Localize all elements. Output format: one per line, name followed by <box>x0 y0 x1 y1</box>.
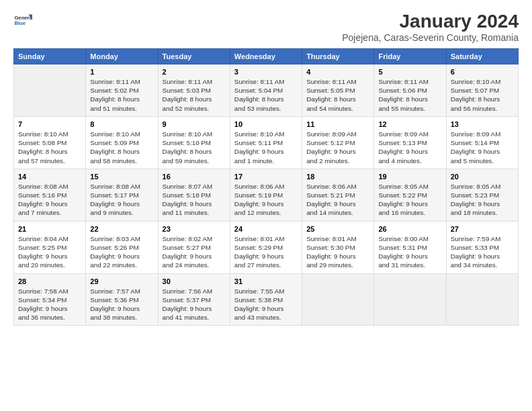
day-info: Sunrise: 8:05 AM Sunset: 5:23 PM Dayligh… <box>451 182 514 218</box>
day-cell: 21Sunrise: 8:04 AM Sunset: 5:25 PM Dayli… <box>14 221 86 273</box>
main-title: January 2024 <box>342 11 519 32</box>
day-cell <box>14 64 86 117</box>
day-number: 25 <box>306 225 369 233</box>
day-info: Sunrise: 8:10 AM Sunset: 5:07 PM Dayligh… <box>451 77 514 113</box>
day-cell <box>446 273 518 326</box>
day-number: 26 <box>378 225 441 233</box>
day-cell: 31Sunrise: 7:55 AM Sunset: 5:38 PM Dayli… <box>230 273 302 326</box>
day-number: 18 <box>306 173 369 181</box>
day-number: 1 <box>90 68 153 76</box>
day-cell: 27Sunrise: 7:59 AM Sunset: 5:33 PM Dayli… <box>446 221 518 273</box>
day-number: 24 <box>234 225 298 233</box>
day-cell: 8Sunrise: 8:10 AM Sunset: 5:09 PM Daylig… <box>86 116 158 169</box>
day-number: 6 <box>451 68 514 76</box>
day-info: Sunrise: 8:11 AM Sunset: 5:02 PM Dayligh… <box>90 77 153 113</box>
day-number: 28 <box>18 277 81 285</box>
day-number: 7 <box>18 120 81 128</box>
header-friday: Friday <box>374 49 446 64</box>
week-row-2: 7Sunrise: 8:10 AM Sunset: 5:08 PM Daylig… <box>14 116 519 169</box>
day-cell <box>302 273 374 326</box>
day-info: Sunrise: 7:55 AM Sunset: 5:38 PM Dayligh… <box>234 287 298 322</box>
day-info: Sunrise: 7:56 AM Sunset: 5:37 PM Dayligh… <box>163 287 226 322</box>
day-cell: 29Sunrise: 7:57 AM Sunset: 5:36 PM Dayli… <box>86 273 158 326</box>
day-info: Sunrise: 8:01 AM Sunset: 5:30 PM Dayligh… <box>306 234 369 270</box>
week-row-1: 1Sunrise: 8:11 AM Sunset: 5:02 PM Daylig… <box>14 64 519 117</box>
day-info: Sunrise: 8:06 AM Sunset: 5:19 PM Dayligh… <box>234 182 298 218</box>
day-info: Sunrise: 7:57 AM Sunset: 5:36 PM Dayligh… <box>90 287 153 322</box>
day-info: Sunrise: 8:11 AM Sunset: 5:04 PM Dayligh… <box>234 77 298 113</box>
day-number: 16 <box>163 173 226 181</box>
day-info: Sunrise: 8:10 AM Sunset: 5:11 PM Dayligh… <box>234 130 298 165</box>
day-info: Sunrise: 8:09 AM Sunset: 5:13 PM Dayligh… <box>378 130 441 165</box>
day-info: Sunrise: 8:08 AM Sunset: 5:17 PM Dayligh… <box>90 182 153 218</box>
day-number: 9 <box>163 120 226 128</box>
day-cell: 26Sunrise: 8:00 AM Sunset: 5:31 PM Dayli… <box>374 221 446 273</box>
day-cell: 14Sunrise: 8:08 AM Sunset: 5:16 PM Dayli… <box>14 169 86 221</box>
day-info: Sunrise: 8:05 AM Sunset: 5:22 PM Dayligh… <box>378 182 441 218</box>
week-row-3: 14Sunrise: 8:08 AM Sunset: 5:16 PM Dayli… <box>14 169 519 221</box>
day-info: Sunrise: 8:10 AM Sunset: 5:10 PM Dayligh… <box>163 130 226 165</box>
day-number: 27 <box>451 225 514 233</box>
day-cell: 18Sunrise: 8:06 AM Sunset: 5:21 PM Dayli… <box>302 169 374 221</box>
day-info: Sunrise: 7:59 AM Sunset: 5:33 PM Dayligh… <box>451 234 514 270</box>
day-info: Sunrise: 8:08 AM Sunset: 5:16 PM Dayligh… <box>18 182 81 218</box>
day-cell: 13Sunrise: 8:09 AM Sunset: 5:14 PM Dayli… <box>446 116 518 169</box>
logo-icon: General Blue <box>13 11 32 30</box>
calendar-table: Sunday Monday Tuesday Wednesday Thursday… <box>13 48 519 326</box>
day-info: Sunrise: 8:11 AM Sunset: 5:05 PM Dayligh… <box>306 77 369 113</box>
day-info: Sunrise: 8:01 AM Sunset: 5:29 PM Dayligh… <box>234 234 298 270</box>
day-number: 30 <box>163 277 226 285</box>
subtitle: Pojejena, Caras-Severin County, Romania <box>342 32 519 43</box>
day-cell: 15Sunrise: 8:08 AM Sunset: 5:17 PM Dayli… <box>86 169 158 221</box>
day-cell: 7Sunrise: 8:10 AM Sunset: 5:08 PM Daylig… <box>14 116 86 169</box>
day-number: 31 <box>234 277 298 285</box>
day-number: 20 <box>451 173 514 181</box>
day-number: 8 <box>90 120 153 128</box>
day-cell: 10Sunrise: 8:10 AM Sunset: 5:11 PM Dayli… <box>230 116 302 169</box>
day-info: Sunrise: 8:03 AM Sunset: 5:26 PM Dayligh… <box>90 234 153 270</box>
day-cell: 30Sunrise: 7:56 AM Sunset: 5:37 PM Dayli… <box>158 273 230 326</box>
day-cell <box>374 273 446 326</box>
day-cell: 6Sunrise: 8:10 AM Sunset: 5:07 PM Daylig… <box>446 64 518 117</box>
day-number: 15 <box>90 173 153 181</box>
header-tuesday: Tuesday <box>158 49 230 64</box>
day-number: 5 <box>378 68 441 76</box>
week-row-4: 21Sunrise: 8:04 AM Sunset: 5:25 PM Dayli… <box>14 221 519 273</box>
day-cell: 24Sunrise: 8:01 AM Sunset: 5:29 PM Dayli… <box>230 221 302 273</box>
svg-text:Blue: Blue <box>14 20 26 26</box>
day-number: 12 <box>378 120 441 128</box>
day-info: Sunrise: 8:00 AM Sunset: 5:31 PM Dayligh… <box>378 234 441 270</box>
day-cell: 11Sunrise: 8:09 AM Sunset: 5:12 PM Dayli… <box>302 116 374 169</box>
day-cell: 9Sunrise: 8:10 AM Sunset: 5:10 PM Daylig… <box>158 116 230 169</box>
day-number: 29 <box>90 277 153 285</box>
day-info: Sunrise: 8:10 AM Sunset: 5:09 PM Dayligh… <box>90 130 153 165</box>
header-sunday: Sunday <box>14 49 86 64</box>
day-info: Sunrise: 8:06 AM Sunset: 5:21 PM Dayligh… <box>306 182 369 218</box>
day-number: 3 <box>234 68 298 76</box>
day-number: 14 <box>18 173 81 181</box>
day-cell: 1Sunrise: 8:11 AM Sunset: 5:02 PM Daylig… <box>86 64 158 117</box>
day-number: 23 <box>163 225 226 233</box>
day-number: 4 <box>306 68 369 76</box>
day-info: Sunrise: 8:02 AM Sunset: 5:27 PM Dayligh… <box>163 234 226 270</box>
header-row: Sunday Monday Tuesday Wednesday Thursday… <box>14 49 519 64</box>
day-number: 10 <box>234 120 298 128</box>
header-wednesday: Wednesday <box>230 49 302 64</box>
day-number: 22 <box>90 225 153 233</box>
header-monday: Monday <box>86 49 158 64</box>
day-cell: 19Sunrise: 8:05 AM Sunset: 5:22 PM Dayli… <box>374 169 446 221</box>
day-info: Sunrise: 8:04 AM Sunset: 5:25 PM Dayligh… <box>18 234 81 270</box>
day-cell: 2Sunrise: 8:11 AM Sunset: 5:03 PM Daylig… <box>158 64 230 117</box>
day-cell: 5Sunrise: 8:11 AM Sunset: 5:06 PM Daylig… <box>374 64 446 117</box>
day-cell: 4Sunrise: 8:11 AM Sunset: 5:05 PM Daylig… <box>302 64 374 117</box>
day-number: 11 <box>306 120 369 128</box>
day-cell: 25Sunrise: 8:01 AM Sunset: 5:30 PM Dayli… <box>302 221 374 273</box>
day-cell: 20Sunrise: 8:05 AM Sunset: 5:23 PM Dayli… <box>446 169 518 221</box>
header-thursday: Thursday <box>302 49 374 64</box>
day-info: Sunrise: 8:09 AM Sunset: 5:12 PM Dayligh… <box>306 130 369 165</box>
day-info: Sunrise: 8:11 AM Sunset: 5:03 PM Dayligh… <box>163 77 226 113</box>
day-cell: 3Sunrise: 8:11 AM Sunset: 5:04 PM Daylig… <box>230 64 302 117</box>
day-cell: 23Sunrise: 8:02 AM Sunset: 5:27 PM Dayli… <box>158 221 230 273</box>
day-info: Sunrise: 8:10 AM Sunset: 5:08 PM Dayligh… <box>18 130 81 165</box>
day-cell: 22Sunrise: 8:03 AM Sunset: 5:26 PM Dayli… <box>86 221 158 273</box>
